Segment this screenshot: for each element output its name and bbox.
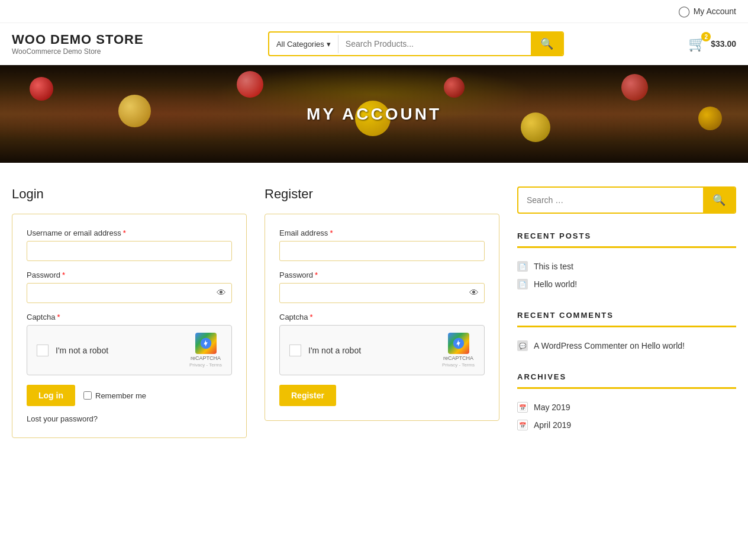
recent-comments-section: RECENT COMMENTS 💬 A WordPress Commenter … <box>517 311 736 355</box>
logo-subtitle: WooCommerce Demo Store <box>12 47 144 56</box>
login-captcha-label: Captcha* <box>27 313 232 321</box>
recaptcha-sub: Privacy - Terms <box>442 362 475 368</box>
search-bar: All Categories ▾ 🔍 <box>268 31 564 56</box>
hero-title: MY ACCOUNT <box>307 105 441 124</box>
username-label: Username or email address* <box>27 228 232 237</box>
remember-me-checkbox[interactable] <box>83 391 92 400</box>
login-password-input[interactable] <box>27 283 232 303</box>
archives-list: 📅 May 2019 📅 April 2019 <box>517 398 736 434</box>
login-button[interactable]: Log in <box>27 385 75 406</box>
required-marker: * <box>62 271 65 279</box>
chevron-down-icon: ▾ <box>327 40 331 49</box>
decorative-ball <box>521 112 550 142</box>
required-marker: * <box>123 228 126 237</box>
search-icon: 🔍 <box>712 194 726 206</box>
login-password-label: Password* <box>27 271 232 279</box>
commenter-link[interactable]: A WordPress Commenter <box>534 341 627 350</box>
sidebar: 🔍 RECENT POSTS 📄 This is test 📄 Hello wo… <box>517 186 736 452</box>
sidebar-search-bar: 🔍 <box>517 186 736 214</box>
post-icon: 📄 <box>517 279 528 289</box>
username-group: Username or email address* <box>27 228 232 261</box>
register-password-label: Password* <box>279 271 485 279</box>
login-captcha-group: Captcha* I'm not a robot <box>27 313 232 375</box>
login-form-box: Username or email address* Password* 👁 <box>12 214 247 438</box>
cart-icon-wrap[interactable]: 🛒 2 <box>688 36 706 52</box>
decorative-ball <box>698 107 722 130</box>
register-captcha-box[interactable]: I'm not a robot reCAPTCHA Privacy - Term… <box>279 325 485 375</box>
hero-banner: MY ACCOUNT <box>0 65 748 163</box>
logo-title: WOO DEMO STORE <box>12 32 144 47</box>
required-marker: * <box>309 313 312 321</box>
register-button[interactable]: Register <box>279 385 336 406</box>
email-group: Email address* <box>279 228 485 261</box>
list-item: 📅 May 2019 <box>517 398 736 416</box>
email-input[interactable] <box>279 241 485 261</box>
remember-me-label[interactable]: Remember me <box>83 391 146 400</box>
comment-icon: 💬 <box>517 340 528 351</box>
recaptcha-logo <box>448 333 469 354</box>
register-password-input[interactable] <box>279 283 485 303</box>
recent-comments-title: RECENT COMMENTS <box>517 311 736 327</box>
my-account-link[interactable]: ◯ My Account <box>678 5 736 18</box>
captcha-right: reCAPTCHA Privacy - Terms <box>189 333 222 368</box>
main-content: Login Username or email address* Passwor… <box>0 163 748 475</box>
register-form-box: Email address* Password* 👁 Captcha* <box>265 214 499 421</box>
list-item: 📅 April 2019 <box>517 416 736 434</box>
login-password-wrap: 👁 <box>27 283 232 303</box>
decorative-ball <box>621 74 648 101</box>
register-password-wrap: 👁 <box>279 283 485 303</box>
login-captcha-box[interactable]: I'm not a robot reCAPTCHA Privacy - Term… <box>27 325 232 375</box>
calendar-icon: 📅 <box>517 420 528 430</box>
forgot-password-link[interactable]: Lost your password? <box>27 414 232 423</box>
comment-post-link[interactable]: Hello world! <box>641 341 685 350</box>
cart-badge: 2 <box>701 32 711 41</box>
login-section: Login Username or email address* Passwor… <box>12 186 247 452</box>
archives-title: ARCHIVES <box>517 372 736 389</box>
captcha-checkbox[interactable] <box>289 345 301 356</box>
recent-posts-section: RECENT POSTS 📄 This is test 📄 Hello worl… <box>517 231 736 293</box>
required-marker: * <box>330 228 333 237</box>
login-password-group: Password* 👁 <box>27 271 232 303</box>
sidebar-search-input[interactable] <box>518 189 703 211</box>
captcha-checkbox[interactable] <box>37 345 49 356</box>
account-label: My Account <box>694 7 736 16</box>
decorative-ball <box>30 77 53 101</box>
top-bar: ◯ My Account <box>0 0 748 23</box>
calendar-icon: 📅 <box>517 402 528 413</box>
search-icon: 🔍 <box>540 37 553 50</box>
recaptcha-brand: reCAPTCHA <box>191 355 221 361</box>
captcha-right: reCAPTCHA Privacy - Terms <box>442 333 475 368</box>
register-captcha-label: Captcha* <box>279 313 485 321</box>
cart-area[interactable]: 🛒 2 $33.00 <box>688 36 736 52</box>
register-heading: Register <box>265 186 499 202</box>
register-section: Register Email address* Password* 👁 <box>265 186 499 452</box>
search-input[interactable] <box>338 34 531 53</box>
register-password-group: Password* 👁 <box>279 271 485 303</box>
recaptcha-brand: reCAPTCHA <box>443 355 473 361</box>
toggle-password-icon[interactable]: 👁 <box>217 288 226 298</box>
search-button[interactable]: 🔍 <box>531 33 563 55</box>
recent-posts-title: RECENT POSTS <box>517 231 736 248</box>
list-item: 📄 Hello world! <box>517 275 736 293</box>
email-label: Email address* <box>279 228 485 237</box>
toggle-register-password-icon[interactable]: 👁 <box>469 288 479 298</box>
recaptcha-logo <box>195 333 217 354</box>
login-actions: Log in Remember me <box>27 385 232 406</box>
category-dropdown[interactable]: All Categories ▾ <box>269 35 338 53</box>
header: WOO DEMO STORE WooCommerce Demo Store Al… <box>0 23 748 65</box>
recent-post-link[interactable]: Hello world! <box>534 279 577 289</box>
username-input[interactable] <box>27 241 232 261</box>
left-column: Login Username or email address* Passwor… <box>12 186 499 452</box>
post-icon: 📄 <box>517 261 528 272</box>
list-item: 💬 A WordPress Commenter on Hello world! <box>517 337 736 355</box>
recent-post-link[interactable]: This is test <box>534 262 573 271</box>
sidebar-search-button[interactable]: 🔍 <box>703 188 735 213</box>
logo-area[interactable]: WOO DEMO STORE WooCommerce Demo Store <box>12 32 144 56</box>
archive-link[interactable]: May 2019 <box>534 403 570 412</box>
remember-me-text: Remember me <box>95 391 146 400</box>
archive-link[interactable]: April 2019 <box>534 420 571 430</box>
list-item: 📄 This is test <box>517 258 736 275</box>
account-icon: ◯ <box>678 5 690 18</box>
register-submit-area: Register <box>279 385 485 406</box>
captcha-left: I'm not a robot <box>37 345 108 356</box>
